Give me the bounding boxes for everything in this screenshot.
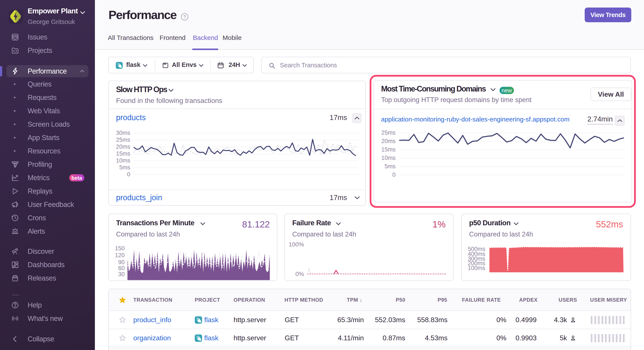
svg-text:?: ? <box>183 15 186 19</box>
